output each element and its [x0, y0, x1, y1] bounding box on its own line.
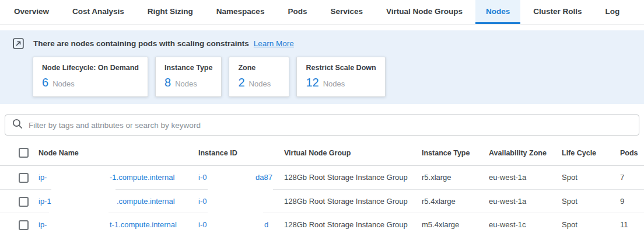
col-header-instance-id: Instance ID	[198, 149, 284, 157]
row-checkbox[interactable]	[19, 220, 29, 230]
card-unit: Nodes	[249, 79, 271, 88]
search-icon	[12, 119, 23, 131]
card-unit: Nodes	[323, 79, 345, 88]
instance-id-link[interactable]: i-0	[198, 197, 206, 206]
virtual-node-group-cell: 128Gb Root Storage Instance Group	[284, 190, 422, 213]
row-checkbox[interactable]	[19, 173, 29, 183]
life-cycle-cell: Spot	[562, 190, 620, 213]
redaction-box	[49, 211, 108, 232]
virtual-node-group-cell: 128Gb Root Storage Instance Group	[284, 166, 422, 189]
pods-cell: 9	[620, 190, 644, 213]
node-name-link[interactable]: ip-t-1.compute.internal	[38, 220, 47, 229]
scale-out-icon	[13, 38, 24, 49]
table-row: ip-1.compute.internal i-0 128Gb Root Sto…	[0, 189, 644, 213]
tab-log[interactable]: Log	[595, 0, 631, 24]
col-header-node-name: Node Name	[38, 149, 198, 157]
banner-message: There are nodes containing pods with sca…	[33, 39, 249, 48]
availability-zone-cell: eu-west-1c	[489, 213, 562, 236]
card-count: 8	[164, 76, 171, 89]
tab-nodes[interactable]: Nodes	[475, 0, 520, 24]
redaction-box	[51, 188, 116, 209]
card-title: Zone	[238, 64, 280, 72]
card-title: Instance Type	[164, 64, 212, 72]
search-input[interactable]	[29, 121, 632, 130]
card-unit: Nodes	[52, 79, 75, 88]
redaction-box	[49, 168, 108, 186]
constraint-card-restrict-scale-down[interactable]: Restrict Scale Down 12 Nodes	[296, 57, 385, 97]
banner-message-row: There are nodes containing pods with sca…	[13, 38, 631, 49]
card-count: 12	[306, 76, 318, 89]
tab-namespaces[interactable]: Namespaces	[206, 0, 275, 24]
table-header-row: Node Name Instance ID Virtual Node Group…	[0, 140, 644, 166]
tab-cluster-rolls[interactable]: Cluster Rolls	[523, 0, 592, 24]
instance-id-link[interactable]: i-0da87	[198, 173, 206, 182]
constraint-cards: Node Lifecycle: On Demand 6 Nodes Instan…	[33, 57, 631, 97]
col-header-instance-type: Instance Type	[422, 149, 489, 157]
redaction-box	[208, 211, 263, 232]
instance-type-cell: r5.xlarge	[422, 166, 489, 189]
life-cycle-cell: Spot	[562, 213, 620, 236]
col-header-availability-zone: Availability Zone	[489, 149, 562, 157]
constraint-card-instance-type[interactable]: Instance Type 8 Nodes	[155, 57, 222, 97]
card-count: 6	[42, 76, 48, 89]
instance-type-cell: r5.4xlarge	[422, 190, 489, 213]
tab-services[interactable]: Services	[320, 0, 373, 24]
virtual-node-group-cell: 128Gb Root Storage Instance Group	[284, 213, 422, 236]
tab-virtual-node-groups[interactable]: Virtual Node Groups	[376, 0, 473, 24]
card-count: 2	[238, 76, 244, 89]
tab-cost-analysis[interactable]: Cost Analysis	[62, 0, 135, 24]
row-checkbox[interactable]	[19, 197, 29, 207]
table-row: ip-t-1.compute.internal i-0d 128Gb Root …	[0, 213, 644, 236]
card-unit: Nodes	[175, 79, 197, 88]
table-row: ip--1.compute.internal i-0da87 128Gb Roo…	[0, 166, 644, 189]
card-title: Restrict Scale Down	[306, 64, 376, 72]
tab-right-sizing[interactable]: Right Sizing	[137, 0, 204, 24]
select-all-checkbox[interactable]	[19, 148, 29, 158]
col-header-virtual-node-group: Virtual Node Group	[284, 149, 422, 157]
instance-id-link[interactable]: i-0d	[198, 220, 206, 229]
node-name-link[interactable]: ip-1.compute.internal	[38, 197, 51, 206]
constraint-card-zone[interactable]: Zone 2 Nodes	[229, 57, 289, 97]
instance-type-cell: m5.4xlarge	[422, 213, 489, 236]
pods-cell: 11	[620, 213, 644, 236]
nodes-table: Node Name Instance ID Virtual Node Group…	[0, 140, 644, 236]
availability-zone-cell: eu-west-1a	[489, 190, 562, 213]
pods-cell: 7	[620, 166, 644, 189]
learn-more-link[interactable]: Learn More	[254, 39, 294, 48]
card-title: Node Lifecycle: On Demand	[42, 64, 139, 72]
node-name-link[interactable]: ip--1.compute.internal	[38, 173, 47, 182]
tab-overview[interactable]: Overview	[4, 0, 60, 24]
filter-search-bar	[5, 114, 639, 136]
redaction-box	[208, 188, 273, 209]
col-header-life-cycle: Life Cycle	[562, 149, 620, 157]
constraint-card-node-lifecycle[interactable]: Node Lifecycle: On Demand 6 Nodes	[33, 57, 148, 97]
tab-bar: Overview Cost Analysis Right Sizing Name…	[0, 0, 644, 25]
life-cycle-cell: Spot	[562, 166, 620, 189]
tab-pods[interactable]: Pods	[277, 0, 317, 24]
redaction-box	[208, 168, 254, 186]
col-header-pods: Pods	[620, 149, 644, 157]
scaling-constraints-banner: There are nodes containing pods with sca…	[0, 30, 644, 104]
availability-zone-cell: eu-west-1a	[489, 166, 562, 189]
